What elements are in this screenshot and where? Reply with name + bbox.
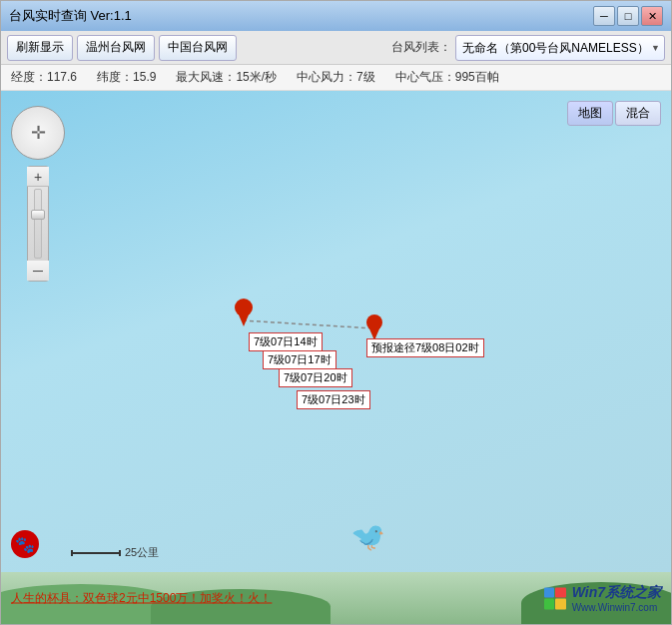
typhoon-path (1, 91, 671, 572)
latitude-value: 15.9 (133, 70, 156, 84)
latitude-label: 纬度： (97, 70, 133, 84)
typhoon-list-label: 台风列表： (391, 39, 451, 56)
svg-marker-1 (238, 312, 250, 326)
center-force-item: 中心风力：7级 (297, 69, 375, 86)
svg-rect-5 (71, 550, 73, 556)
bottom-link[interactable]: 人生的杯具：双色球2元中1500万！加奖火！火！ (11, 591, 272, 605)
title-bar: 台风实时查询 Ver:1.1 ─ □ ✕ (1, 1, 671, 31)
bird-decoration: 🐦 (350, 520, 385, 553)
zoom-in-button[interactable]: + (27, 167, 49, 187)
map-area[interactable]: + ─ 地图 混合 7级07日14 (1, 91, 671, 572)
label-forecast: 预报途径7级08日02时 (366, 338, 484, 357)
zoom-bar: + ─ (27, 166, 49, 282)
china-button[interactable]: 中国台风网 (159, 35, 237, 61)
map-type-buttons: 地图 混合 (567, 101, 661, 126)
window-title: 台风实时查询 Ver:1.1 (9, 7, 132, 25)
bottom-bar-content: 人生的杯具：双色球2元中1500万！加奖火！火！ (11, 590, 272, 607)
longitude-value: 117.6 (47, 70, 77, 84)
map-controls: + ─ (11, 106, 65, 282)
win7-main-text: Win7系统之家 (572, 584, 661, 602)
label-7th-20: 7级07日20时 (279, 368, 352, 387)
toolbar: 刷新显示 温州台风网 中国台风网 台风列表： 无命名（第00号台风NAMELES… (1, 31, 671, 65)
max-wind-item: 最大风速：15米/秒 (176, 69, 277, 86)
scale-bar: 25公里 (71, 545, 159, 560)
wenzhou-button[interactable]: 温州台风网 (77, 35, 155, 61)
scale-label: 25公里 (125, 545, 159, 560)
center-pressure-value: 995百帕 (455, 70, 499, 84)
svg-rect-6 (119, 550, 121, 556)
zoom-slider[interactable] (34, 189, 42, 259)
latitude-item: 纬度：15.9 (97, 69, 156, 86)
title-bar-buttons: ─ □ ✕ (593, 6, 663, 26)
svg-line-7 (243, 320, 374, 328)
label-7th-23: 7级07日23时 (297, 390, 370, 409)
maximize-button[interactable]: □ (617, 6, 639, 26)
baidu-paw-icon: 🐾 (11, 530, 39, 558)
baidu-logo: 🐾 (11, 530, 39, 558)
minimize-button[interactable]: ─ (593, 6, 615, 26)
svg-rect-4 (71, 552, 121, 554)
win7-sub-text: Www.Winwin7.com (572, 602, 661, 613)
longitude-label: 经度： (11, 70, 47, 84)
zoom-slider-thumb[interactable] (31, 210, 45, 220)
typhoon-select-wrapper[interactable]: 无命名（第00号台风NAMELESS） (455, 35, 665, 61)
max-wind-label: 最大风速： (176, 70, 236, 84)
win7-logo: Win7系统之家 Www.Winwin7.com (544, 584, 661, 613)
windows-flag-icon (544, 587, 566, 609)
label-7th-14: 7级07日14时 (249, 332, 323, 351)
center-force-label: 中心风力： (297, 70, 356, 84)
center-pressure-item: 中心气压：995百帕 (395, 69, 499, 86)
zoom-out-button[interactable]: ─ (27, 261, 49, 281)
close-button[interactable]: ✕ (641, 6, 663, 26)
main-window: 台风实时查询 Ver:1.1 ─ □ ✕ 刷新显示 温州台风网 中国台风网 台风… (0, 0, 672, 625)
label-7th-17: 7级07日17时 (263, 350, 336, 369)
bottom-container: 人生的杯具：双色球2元中1500万！加奖火！火！ Win7系统之家 Www.Wi… (1, 572, 671, 624)
typhoon-marker-1 (235, 299, 253, 331)
map-type-hybrid[interactable]: 混合 (615, 101, 661, 126)
win7-logo-area: Win7系统之家 Www.Winwin7.com (544, 584, 661, 613)
center-force-value: 7级 (356, 70, 375, 84)
win7-text-area: Win7系统之家 Www.Winwin7.com (572, 584, 661, 613)
typhoon-select[interactable]: 无命名（第00号台风NAMELESS） (455, 35, 665, 61)
map-type-map[interactable]: 地图 (567, 101, 613, 126)
info-bar: 经度：117.6 纬度：15.9 最大风速：15米/秒 中心风力：7级 中心气压… (1, 65, 671, 91)
max-wind-value: 15米/秒 (236, 70, 277, 84)
center-pressure-label: 中心气压： (395, 70, 455, 84)
refresh-button[interactable]: 刷新显示 (7, 35, 73, 61)
longitude-item: 经度：117.6 (11, 69, 77, 86)
nav-ring[interactable] (11, 106, 65, 160)
